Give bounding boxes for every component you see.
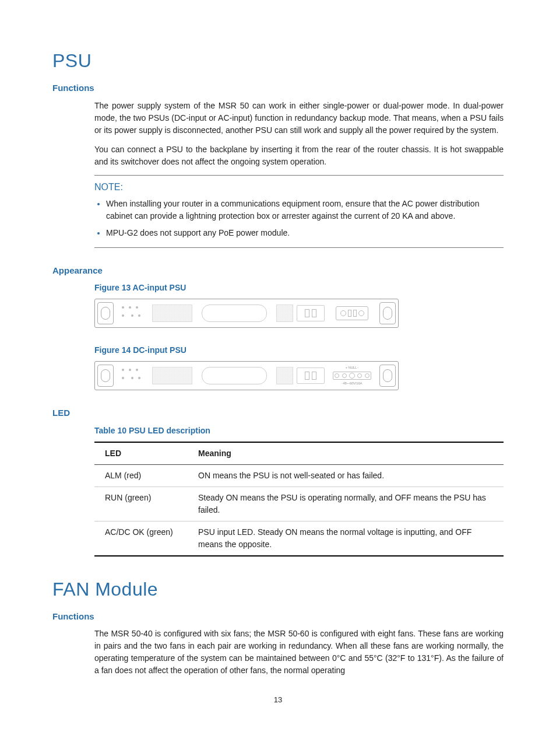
- fan-functions-heading: Functions: [52, 610, 504, 624]
- slot: [202, 367, 267, 384]
- figure-13-caption: Figure 13 AC-input PSU: [94, 282, 504, 294]
- cell-led: AC/DC OK (green): [94, 521, 192, 556]
- switch-block: [297, 305, 325, 321]
- fan-functions-p1: The MSR 50-40 is configured with six fan…: [94, 628, 504, 677]
- slot: [202, 304, 267, 322]
- dc-label-bottom: -48~-60V/16A: [342, 381, 363, 386]
- figure-14-caption: Figure 14 DC-input PSU: [94, 344, 504, 356]
- table-10-caption: Table 10 PSU LED description: [94, 425, 504, 437]
- cell-meaning: PSU input LED. Steady ON means the norma…: [192, 521, 504, 556]
- figure-13-ac-psu: [94, 299, 399, 328]
- page-number: 13: [52, 694, 504, 706]
- handle-icon: [379, 302, 396, 324]
- vent-grille: [152, 304, 192, 322]
- cell-led: RUN (green): [94, 487, 192, 521]
- vent-grille: [152, 367, 192, 384]
- dc-terminal: + NULL - -48~-60V/16A: [327, 365, 377, 386]
- fan-heading: FAN Module: [52, 575, 504, 603]
- psu-heading: PSU: [52, 47, 504, 75]
- note-item: MPU-G2 does not support any PoE power mo…: [106, 227, 504, 239]
- cell-led: ALM (red): [94, 464, 192, 487]
- psu-functions-p2: You can connect a PSU to the backplane b…: [94, 144, 504, 168]
- vent-grille: [276, 304, 293, 322]
- dc-label-top: + NULL -: [346, 365, 358, 370]
- psu-led-table: LED Meaning ALM (red) ON means the PSU i…: [94, 442, 504, 556]
- figure-14-dc-psu: + NULL - -48~-60V/16A: [94, 361, 399, 390]
- th-meaning: Meaning: [192, 442, 504, 465]
- handle-icon: [97, 365, 114, 387]
- led-cluster: [116, 303, 149, 324]
- handle-icon: [97, 302, 114, 324]
- led-cluster: [116, 365, 149, 386]
- table-row: RUN (green) Steady ON means the PSU is o…: [94, 487, 504, 521]
- psu-led-heading: LED: [52, 407, 504, 420]
- note-item: When installing your router in a communi…: [106, 198, 504, 222]
- ac-inlet: [327, 303, 377, 324]
- psu-functions-p1: The power supply system of the MSR 50 ca…: [94, 100, 504, 136]
- switch-block: [297, 368, 325, 384]
- table-row: AC/DC OK (green) PSU input LED. Steady O…: [94, 521, 504, 556]
- cell-meaning: Steady ON means the PSU is operating nor…: [192, 487, 504, 521]
- psu-note: NOTE: When installing your router in a c…: [94, 175, 504, 248]
- note-title: NOTE:: [94, 180, 504, 194]
- psu-appearance-heading: Appearance: [52, 264, 504, 278]
- psu-functions-heading: Functions: [52, 82, 504, 95]
- th-led: LED: [94, 442, 192, 465]
- handle-icon: [379, 365, 396, 387]
- vent-grille: [276, 367, 293, 384]
- cell-meaning: ON means the PSU is not well-seated or h…: [192, 464, 504, 487]
- table-row: ALM (red) ON means the PSU is not well-s…: [94, 464, 504, 487]
